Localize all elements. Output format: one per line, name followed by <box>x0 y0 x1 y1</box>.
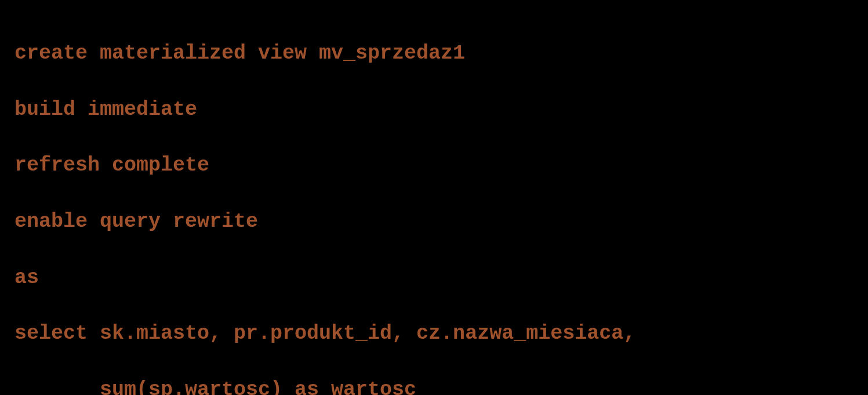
code-line: refresh complete <box>14 151 854 179</box>
code-line: select sk.miasto, pr.produkt_id, cz.nazw… <box>14 320 854 347</box>
sql-code-block: create materialized view mv_sprzedaz1 bu… <box>14 12 854 395</box>
code-line: as <box>14 264 854 292</box>
code-line: create materialized view mv_sprzedaz1 <box>14 39 854 67</box>
code-line: sum(sp.wartosc) as wartosc <box>14 376 854 395</box>
code-line: enable query rewrite <box>14 208 854 235</box>
code-line: build immediate <box>14 96 854 124</box>
